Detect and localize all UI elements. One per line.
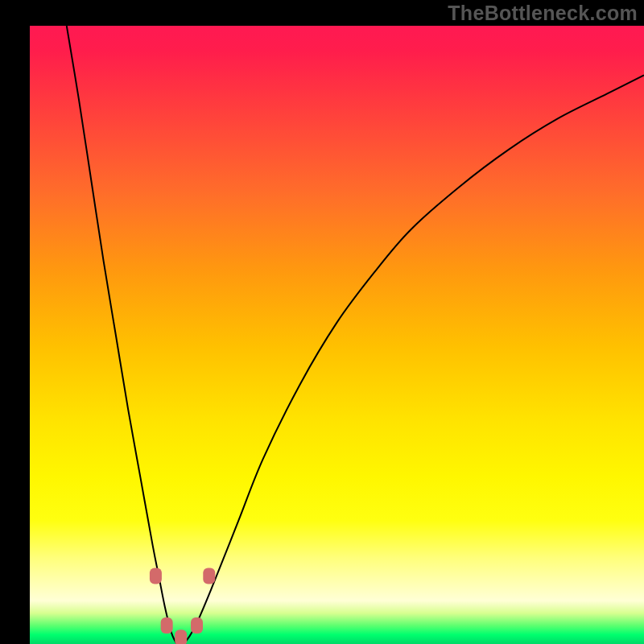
marker-point	[175, 630, 187, 644]
marker-point	[161, 617, 173, 634]
curve-markers	[150, 568, 215, 644]
bottleneck-curve	[67, 26, 644, 644]
chart-container: TheBottleneck.com	[0, 0, 644, 644]
marker-point	[203, 568, 215, 584]
plot-area	[30, 26, 644, 644]
marker-point	[191, 617, 203, 634]
marker-point	[150, 568, 162, 584]
watermark-text: TheBottleneck.com	[448, 2, 638, 25]
curve-layer	[30, 26, 644, 644]
